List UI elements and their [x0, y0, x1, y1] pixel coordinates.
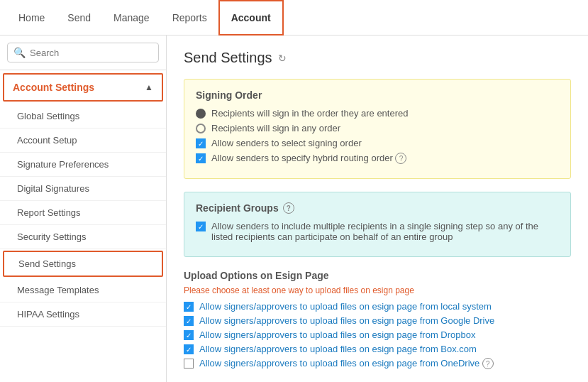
main-layout: 🔍 Account Settings ▲ Global Settings Acc… [0, 36, 588, 382]
recipient-groups-box: Recipient Groups ? ✓ Allow senders to in… [184, 192, 571, 257]
nav-account[interactable]: Account [218, 0, 284, 36]
upload-option-4-text: Allow signers/approvers to upload files … [199, 344, 477, 354]
checkbox-upload-1[interactable]: ✓ [184, 302, 194, 312]
upload-warning: Please choose at least one way to upload… [184, 285, 571, 295]
sidebar-item-send-settings[interactable]: Send Settings [3, 251, 163, 277]
checkbox-upload-2[interactable]: ✓ [184, 316, 194, 326]
page-title: Send Settings [184, 50, 272, 66]
refresh-icon[interactable]: ↻ [278, 53, 287, 64]
checkbox-upload-4[interactable]: ✓ [184, 344, 194, 354]
sidebar-item-report-settings[interactable]: Report Settings [0, 201, 166, 225]
sidebar-item-digital-signatures[interactable]: Digital Signatures [0, 177, 166, 201]
search-icon: 🔍 [13, 47, 26, 58]
upload-option-1-text: Allow signers/approvers to upload files … [199, 301, 492, 312]
chevron-up-icon: ▲ [145, 82, 153, 92]
sidebar-item-hipaa-settings[interactable]: HIPAA Settings [0, 302, 166, 327]
upload-options-section: Upload Options on Esign Page Please choo… [184, 270, 571, 369]
checkbox-checked-recipient[interactable]: ✓ [196, 222, 206, 231]
radio-empty-icon [196, 124, 206, 133]
recipient-groups-option-1[interactable]: ✓ Allow senders to include multiple reci… [196, 221, 559, 242]
nav-manage[interactable]: Manage [102, 0, 161, 36]
search-input[interactable] [30, 48, 152, 58]
recipient-groups-section: Recipient Groups ? ✓ Allow senders to in… [184, 192, 571, 257]
nav-send[interactable]: Send [56, 0, 102, 36]
account-settings-group-header[interactable]: Account Settings ▲ [3, 73, 163, 102]
recipient-groups-title: Recipient Groups ? [196, 202, 559, 214]
upload-option-5[interactable]: Allow signers/approvers to upload files … [184, 358, 571, 369]
sidebar-item-security-settings[interactable]: Security Settings [0, 225, 166, 249]
sidebar-item-global-settings[interactable]: Global Settings [0, 104, 166, 129]
upload-option-3[interactable]: ✓ Allow signers/approvers to upload file… [184, 329, 571, 340]
signing-order-section: Signing Order Recipients will sign in th… [184, 79, 571, 179]
nav-reports[interactable]: Reports [161, 0, 218, 36]
upload-option-5-text: Allow signers/approvers to upload files … [199, 358, 479, 369]
signing-option-4[interactable]: ✓ Allow senders to specify hybrid routin… [196, 153, 559, 164]
recipient-groups-text: Allow senders to include multiple recipi… [211, 221, 559, 242]
nav-home[interactable]: Home [7, 0, 56, 36]
sidebar-item-message-templates[interactable]: Message Templates [0, 278, 166, 302]
account-settings-label: Account Settings [13, 82, 94, 93]
sidebar-search-container: 🔍 [0, 36, 166, 70]
upload-option-2[interactable]: ✓ Allow signers/approvers to upload file… [184, 315, 571, 326]
main-content: Send Settings ↻ Signing Order Recipients… [167, 36, 588, 382]
top-navigation: Home Send Manage Reports Account [0, 0, 588, 36]
signing-option-1-text: Recipients will sign in the order they a… [211, 108, 408, 119]
upload-option-4[interactable]: ✓ Allow signers/approvers to upload file… [184, 344, 571, 354]
signing-order-box: Signing Order Recipients will sign in th… [184, 79, 571, 179]
upload-option-3-text: Allow signers/approvers to upload files … [199, 329, 476, 340]
signing-order-title: Signing Order [196, 89, 559, 101]
signing-option-2: Recipients will sign in any order [196, 123, 559, 133]
signing-option-1: Recipients will sign in the order they a… [196, 108, 559, 119]
upload-option-1[interactable]: ✓ Allow signers/approvers to upload file… [184, 301, 571, 312]
signing-option-4-text: Allow senders to specify hybrid routing … [211, 153, 393, 163]
sidebar-item-account-setup[interactable]: Account Setup [0, 129, 166, 153]
checkbox-upload-3[interactable]: ✓ [184, 330, 194, 340]
signing-option-2-text: Recipients will sign in any order [211, 123, 340, 133]
page-title-container: Send Settings ↻ [184, 50, 571, 66]
upload-options-title: Upload Options on Esign Page [184, 270, 571, 281]
radio-filled-icon [196, 109, 206, 119]
signing-option-3[interactable]: ✓ Allow senders to select signing order [196, 138, 559, 148]
search-box[interactable]: 🔍 [7, 43, 159, 62]
checkbox-checked-icon[interactable]: ✓ [196, 138, 206, 148]
help-icon-onedrive[interactable]: ? [482, 358, 494, 369]
sidebar-menu: Account Settings ▲ Global Settings Accou… [0, 70, 166, 382]
signing-option-3-text: Allow senders to select signing order [211, 138, 362, 148]
upload-option-2-text: Allow signers/approvers to upload files … [199, 315, 494, 326]
help-icon-recipient-groups[interactable]: ? [283, 202, 294, 214]
help-icon-signing[interactable]: ? [395, 153, 406, 164]
sidebar: 🔍 Account Settings ▲ Global Settings Acc… [0, 36, 167, 382]
checkbox-checked-icon-2[interactable]: ✓ [196, 153, 206, 163]
checkbox-upload-5[interactable] [184, 359, 194, 369]
sidebar-item-signature-preferences[interactable]: Signature Preferences [0, 153, 166, 177]
